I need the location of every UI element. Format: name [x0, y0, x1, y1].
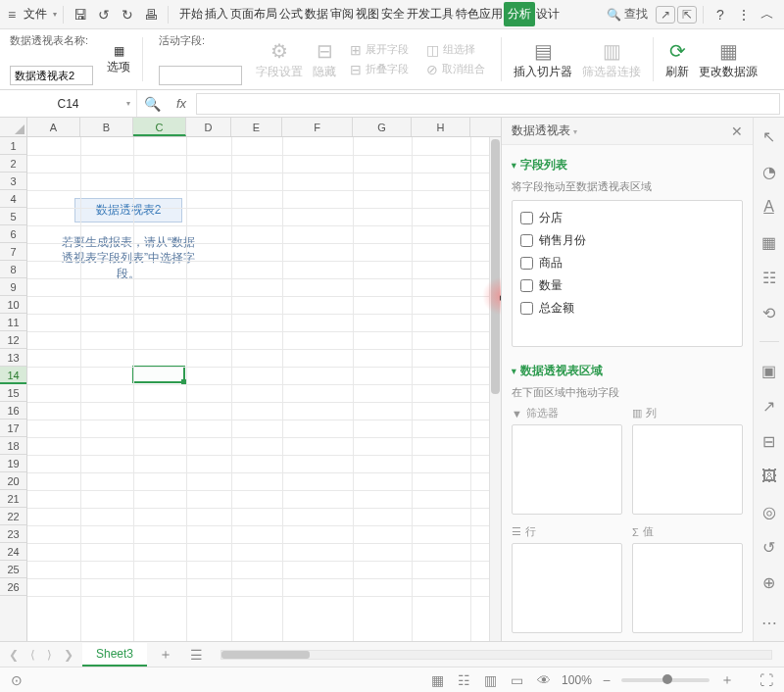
field-checkbox[interactable]	[520, 257, 533, 270]
sheet-list-icon[interactable]: ☰	[184, 647, 209, 663]
layout-tool-icon[interactable]: ☷	[760, 269, 778, 286]
column-headers[interactable]: ABCDEFGH	[27, 118, 501, 137]
tab-start[interactable]: 开始	[178, 2, 204, 26]
zoom-knob[interactable]	[662, 674, 672, 684]
namebox-dropdown-icon[interactable]: ▾	[126, 99, 130, 108]
columns-drop-zone[interactable]	[632, 424, 743, 515]
more-tools-icon[interactable]: ⋯	[760, 614, 778, 631]
row-header[interactable]: 3	[0, 173, 26, 190]
tab-page-layout[interactable]: 页面布局	[229, 2, 278, 26]
zoom-slider[interactable]	[621, 678, 710, 682]
shape-tool-icon[interactable]: ◔	[760, 163, 778, 180]
tab-developer[interactable]: 开发工具	[406, 2, 455, 26]
file-menu[interactable]: 文件	[20, 6, 51, 23]
field-list[interactable]: 分店销售月份商品数量总金额	[512, 200, 743, 347]
options-button[interactable]: ▦ 选项	[107, 33, 130, 85]
row-header[interactable]: 8	[0, 261, 26, 278]
tab-analyze[interactable]: 分析	[504, 2, 535, 26]
camera-icon[interactable]: ◎	[760, 503, 778, 520]
areas-section-title[interactable]: 数据透视表区域	[512, 363, 743, 379]
tab-data[interactable]: 数据	[304, 2, 329, 26]
insert-slicer-button[interactable]: ▤ 插入切片器	[514, 33, 572, 85]
record-macro-icon[interactable]: ⊙	[8, 672, 25, 688]
image-icon[interactable]: 🖼	[760, 468, 778, 485]
row-header[interactable]: 6	[0, 225, 26, 243]
zoom-value[interactable]: 100%	[562, 673, 592, 687]
active-field-input[interactable]	[159, 66, 242, 85]
redo-icon[interactable]: ↻	[117, 4, 138, 25]
lock-icon[interactable]: ⊕	[760, 573, 778, 591]
sheet-nav-first-icon[interactable]: ❮	[6, 648, 22, 662]
bookmark-icon[interactable]: ⊟	[760, 432, 778, 450]
undo-icon[interactable]: ↺	[93, 4, 115, 25]
hamburger-icon[interactable]: ≡	[6, 7, 18, 23]
page-break-icon[interactable]: ▥	[481, 672, 500, 688]
add-sheet-icon[interactable]: ＋	[153, 646, 178, 664]
history-icon[interactable]: ↺	[760, 538, 778, 556]
selected-cell[interactable]	[132, 366, 185, 383]
filter-drop-zone[interactable]	[512, 424, 622, 515]
row-header[interactable]: 12	[0, 331, 26, 349]
text-tool-icon[interactable]: A	[760, 198, 778, 216]
row-header[interactable]: 25	[0, 561, 26, 578]
field-item[interactable]: 数量	[520, 274, 734, 297]
row-header[interactable]: 9	[0, 278, 26, 296]
tab-insert[interactable]: 插入	[204, 2, 229, 26]
fields-section-title[interactable]: 字段列表	[512, 157, 743, 173]
pivot-name-input[interactable]	[10, 66, 93, 85]
tab-security[interactable]: 安全	[380, 2, 406, 26]
normal-view-icon[interactable]: ▦	[428, 672, 447, 688]
row-header[interactable]: 20	[0, 472, 26, 490]
row-header[interactable]: 2	[0, 155, 26, 173]
column-header[interactable]: B	[80, 118, 133, 136]
values-drop-zone[interactable]	[632, 543, 743, 633]
select-tool-icon[interactable]: ↖	[760, 127, 778, 145]
field-item[interactable]: 商品	[520, 252, 734, 274]
row-header[interactable]: 4	[0, 190, 26, 208]
row-header[interactable]: 15	[0, 384, 26, 402]
table-tool-icon[interactable]: ▦	[760, 233, 778, 251]
field-item[interactable]: 分店	[520, 207, 734, 229]
sheet-nav-prev-icon[interactable]: ⟨	[27, 648, 38, 662]
row-header[interactable]: 5	[0, 208, 26, 225]
column-header[interactable]: G	[353, 118, 412, 136]
link-icon[interactable]: ↗	[760, 397, 778, 415]
field-checkbox[interactable]	[520, 234, 533, 247]
spreadsheet-grid[interactable]: ABCDEFGH 1234567891011121314151617181920…	[0, 118, 502, 641]
row-header[interactable]: 22	[0, 508, 26, 525]
save-icon[interactable]: 🖫	[70, 4, 91, 25]
field-checkbox[interactable]	[520, 279, 533, 292]
formula-input[interactable]	[196, 93, 780, 115]
eye-icon[interactable]: 👁	[534, 672, 554, 688]
row-header[interactable]: 24	[0, 543, 26, 561]
zoom-in-icon[interactable]: ＋	[717, 671, 737, 689]
fullscreen-icon[interactable]: ⛶	[757, 672, 776, 688]
lens-icon[interactable]: 🔍	[137, 96, 167, 112]
select-all-corner[interactable]	[0, 118, 27, 137]
export-icon[interactable]: ⇱	[677, 6, 697, 24]
row-header[interactable]: 14	[0, 367, 26, 384]
hscroll-thumb[interactable]	[221, 651, 310, 659]
row-headers[interactable]: 1234567891011121314151617181920212223242…	[0, 137, 27, 641]
tab-review[interactable]: 审阅	[329, 2, 355, 26]
name-box[interactable]: C14 ▾	[0, 90, 137, 117]
field-checkbox[interactable]	[520, 212, 533, 224]
row-header[interactable]: 21	[0, 490, 26, 508]
row-header[interactable]: 18	[0, 437, 26, 455]
column-header[interactable]: E	[231, 118, 282, 136]
change-data-source-button[interactable]: ▦ 更改数据源	[699, 33, 758, 85]
row-header[interactable]: 16	[0, 402, 26, 420]
row-header[interactable]: 26	[0, 578, 26, 596]
zoom-out-icon[interactable]: −	[600, 672, 613, 688]
reading-view-icon[interactable]: ▭	[508, 672, 526, 688]
column-header[interactable]: C	[133, 118, 186, 136]
vertical-scrollbar[interactable]	[489, 137, 501, 641]
collapse-ribbon-icon[interactable]: ︿	[757, 4, 778, 25]
tab-design[interactable]: 设计	[535, 2, 561, 26]
clipboard-icon[interactable]: ▣	[760, 362, 778, 379]
sheet-nav-last-icon[interactable]: ❯	[61, 648, 76, 662]
column-header[interactable]: H	[412, 118, 470, 136]
cells-area[interactable]: 数据透视表2 若要生成报表，请从“数据透视表字段列表”中选择字段。	[27, 137, 489, 641]
tab-formula[interactable]: 公式	[278, 2, 304, 26]
field-item[interactable]: 总金额	[520, 297, 734, 320]
